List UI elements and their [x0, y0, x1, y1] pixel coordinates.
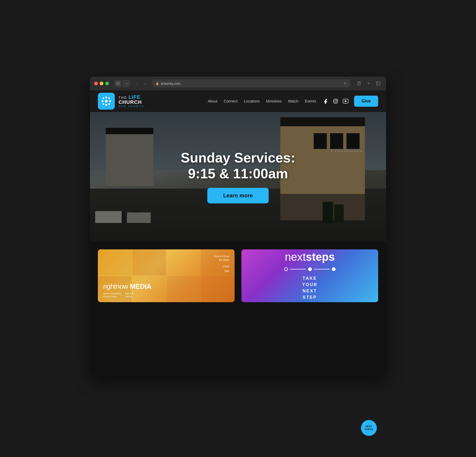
subtitle-step: STEP	[302, 294, 317, 301]
hero-title-line2: 9:15 & 11:00am	[181, 166, 295, 182]
svg-rect-3	[118, 84, 120, 85]
hero-title: Sunday Services: 9:15 & 11:00am	[181, 150, 295, 182]
line-2	[314, 269, 330, 269]
back-button[interactable]: ‹	[133, 80, 141, 87]
subtitle-take: TAKE	[302, 275, 317, 282]
nextsteps-title: nextsteps	[285, 251, 335, 263]
nav-about[interactable]: About	[208, 99, 218, 103]
svg-rect-2	[116, 84, 118, 85]
card-text-overlay: rightnow MEDIA JESUS CHANGESEVERYTHING M…	[98, 249, 235, 302]
rightnow-brand2: MEDIA	[130, 282, 151, 290]
chevron-down-icon[interactable]: ▾	[123, 80, 130, 87]
svg-point-14	[108, 103, 110, 105]
share-icon[interactable]	[355, 80, 363, 87]
next-text: next	[285, 251, 306, 263]
logo-church: CHURCH	[118, 100, 144, 105]
nextsteps-subtitle: TAKE YOUR NEXT STEP	[302, 275, 317, 301]
svg-point-20	[335, 100, 337, 102]
svg-rect-0	[116, 82, 118, 83]
close-button[interactable]	[94, 82, 98, 85]
subtitle-your: YOUR	[302, 282, 317, 288]
svg-point-9	[102, 100, 104, 102]
dot-end	[332, 267, 336, 271]
tab-switcher-button[interactable]	[114, 80, 122, 87]
toolbar-buttons: ▾	[114, 80, 130, 87]
label-jesus: JESUS CHANGESEVERYTHING	[103, 292, 121, 298]
bottom-labels: JESUS CHANGESEVERYTHING MR. PHILSHOW	[103, 292, 229, 298]
main-nav: About Connect Locations Ministries Watch…	[144, 99, 316, 103]
fab-label: NextSteps	[365, 425, 373, 431]
nav-ministries[interactable]: Ministries	[266, 99, 282, 103]
new-tab-icon[interactable]: +	[365, 80, 372, 87]
svg-point-7	[106, 97, 107, 99]
learn-more-button[interactable]: Learn more	[207, 188, 269, 203]
website-content: THE LIFE CHURCH SAN ANGELO About Connect…	[90, 90, 386, 375]
dot-middle	[308, 267, 312, 271]
browser-titlebar: ▾ ‹ › 🔒 tlcfamily.com ↻ +	[90, 77, 386, 90]
rightnow-media-card[interactable]: How to Read the Bible Love Talk rightnow…	[98, 249, 235, 302]
give-button[interactable]: Give	[354, 96, 378, 107]
progress-line	[284, 267, 336, 271]
rightnow-brand1: rightnow	[103, 282, 128, 290]
url-text: tlcfamily.com	[161, 82, 180, 86]
browser-actions: +	[355, 80, 382, 87]
nav-connect[interactable]: Connect	[224, 99, 237, 103]
logo-san-angelo: SAN ANGELO	[118, 105, 144, 108]
youtube-icon[interactable]	[342, 98, 349, 104]
svg-point-6	[105, 100, 108, 102]
address-bar[interactable]: 🔒 tlcfamily.com ↻	[152, 80, 350, 87]
nav-buttons: ‹ ›	[133, 80, 149, 87]
svg-rect-4	[376, 82, 380, 85]
cards-section: How to Read the Bible Love Talk rightnow…	[90, 241, 386, 375]
lock-icon: 🔒	[155, 82, 159, 85]
hero-content: Sunday Services: 9:15 & 11:00am Learn mo…	[90, 112, 386, 241]
browser-window: ▾ ‹ › 🔒 tlcfamily.com ↻ +	[90, 77, 386, 375]
svg-point-10	[109, 100, 111, 102]
hero-title-line1: Sunday Services:	[181, 150, 295, 166]
svg-point-13	[103, 103, 104, 105]
facebook-icon[interactable]	[322, 98, 329, 104]
refresh-icon[interactable]: ↻	[344, 81, 347, 86]
svg-point-11	[103, 97, 104, 99]
instagram-icon[interactable]	[332, 98, 339, 104]
site-header: THE LIFE CHURCH SAN ANGELO About Connect…	[90, 90, 386, 112]
nextsteps-card[interactable]: nextsteps TAKE YOUR NEXT STEP	[241, 249, 378, 302]
nextsteps-content: nextsteps TAKE YOUR NEXT STEP	[241, 249, 378, 302]
nextsteps-fab-button[interactable]: NextSteps	[361, 420, 377, 436]
forward-button[interactable]: ›	[142, 80, 149, 87]
hero-section: ✛ TheLifeChurch Sunday Services: 9:15 & …	[90, 112, 386, 241]
subtitle-next: NEXT	[302, 288, 317, 294]
svg-point-21	[337, 100, 337, 100]
nav-locations[interactable]: Locations	[244, 99, 260, 103]
fullscreen-button[interactable]	[105, 82, 109, 85]
line-1	[290, 269, 306, 269]
logo-area[interactable]: THE LIFE CHURCH SAN ANGELO	[98, 93, 144, 110]
minimize-button[interactable]	[100, 82, 103, 85]
svg-rect-1	[118, 82, 120, 83]
logo-icon	[98, 93, 115, 110]
nav-watch[interactable]: Watch	[288, 99, 298, 103]
rightnow-text: rightnow MEDIA	[103, 282, 229, 291]
logo-the: THE	[118, 96, 127, 100]
label-mrphil: MR. PHILSHOW	[125, 292, 135, 298]
svg-marker-23	[345, 100, 347, 102]
dot-start	[284, 267, 288, 271]
logo-text: THE LIFE CHURCH SAN ANGELO	[118, 95, 144, 108]
svg-point-8	[106, 104, 107, 106]
sidebar-icon[interactable]	[374, 80, 382, 87]
traffic-lights	[94, 82, 109, 85]
nav-events[interactable]: Events	[305, 99, 316, 103]
svg-point-12	[108, 97, 110, 99]
steps-text: steps	[306, 251, 335, 263]
social-icons	[322, 98, 349, 104]
